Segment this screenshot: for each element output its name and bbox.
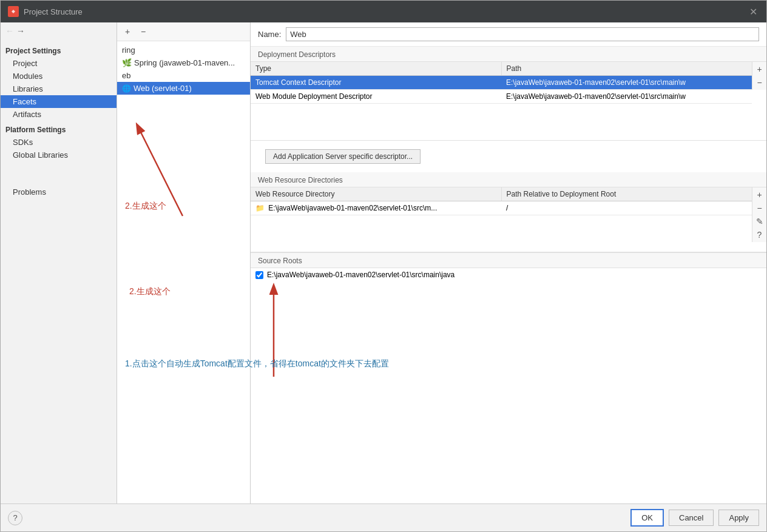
table-row[interactable]: 📁 E:\javaWeb\javaweb-01-maven02\servlet-… xyxy=(251,201,752,215)
sidebar-item-artifacts[interactable]: Artifacts xyxy=(1,108,117,121)
path-column-header: Path xyxy=(502,62,752,75)
app-icon xyxy=(8,6,19,17)
sidebar-tree: Project Settings Project Modules Librari… xyxy=(1,39,117,503)
center-toolbar: + − xyxy=(117,22,250,41)
project-structure-dialog: Project Structure ✕ ← → Project Settings… xyxy=(0,0,767,532)
ok-button[interactable]: OK xyxy=(630,509,664,527)
close-button[interactable]: ✕ xyxy=(747,5,759,18)
path-rel-column-header: Path Relative to Deployment Root xyxy=(502,187,752,201)
deployment-descriptors-label: Deployment Descriptors xyxy=(251,47,766,62)
sidebar-item-problems[interactable]: Problems xyxy=(1,186,117,198)
main-content: ← → Project Settings Project Modules Lib… xyxy=(1,22,766,503)
deployment-table-body: Tomcat Context Descriptor E:\javaWeb\jav… xyxy=(251,76,752,140)
facet-item-eb[interactable]: eb xyxy=(117,69,250,82)
sidebar-item-modules[interactable]: Modules xyxy=(1,70,117,82)
facet-item-spring[interactable]: 🌿 Spring (javaweb-01-maven... xyxy=(117,56,250,69)
deployment-side-buttons: + − xyxy=(752,62,766,90)
add-descriptor-btn[interactable]: + xyxy=(754,63,766,75)
forward-button[interactable]: → xyxy=(16,26,25,36)
help-button[interactable]: ? xyxy=(8,511,22,525)
sidebar: ← → Project Settings Project Modules Lib… xyxy=(1,22,117,503)
web-resource-label: Web Resource Directories xyxy=(251,172,766,187)
spacer xyxy=(251,281,766,503)
name-row: Name: xyxy=(251,22,766,47)
table-row[interactable]: Tomcat Context Descriptor E:\javaWeb\jav… xyxy=(251,76,752,90)
center-panel: + − ring 🌿 Spring (javaweb-01-maven... e… xyxy=(117,22,251,503)
right-panel: Name: Deployment Descriptors Type Path T… xyxy=(251,22,766,503)
title-bar: Project Structure ✕ xyxy=(1,1,766,22)
name-input[interactable] xyxy=(286,27,759,41)
add-facet-button[interactable]: + xyxy=(121,25,134,38)
web-icon: 🌐 xyxy=(122,84,131,93)
folder-icon: 📁 xyxy=(255,204,265,212)
facet-item-web[interactable]: 🌐 Web (servlet-01) xyxy=(117,82,250,95)
remove-facet-button[interactable]: − xyxy=(137,25,150,38)
source-root-checkbox[interactable] xyxy=(255,271,263,279)
deployment-table-header: Type Path xyxy=(251,62,752,76)
web-resource-table-body: 📁 E:\javaWeb\javaweb-01-maven02\servlet-… xyxy=(251,201,752,252)
web-resource-section: Web Resource Directory Path Relative to … xyxy=(251,187,766,252)
nav-arrows: ← → xyxy=(1,22,117,39)
sidebar-item-facets[interactable]: Facets xyxy=(1,95,117,108)
add-server-container: Add Application Server specific descript… xyxy=(251,141,766,172)
path-cell: E:\javaWeb\javaweb-01-maven02\servlet-01… xyxy=(501,76,752,89)
cancel-button[interactable]: Cancel xyxy=(669,510,714,526)
web-resource-table-header: Web Resource Directory Path Relative to … xyxy=(251,187,752,201)
sidebar-item-sdks[interactable]: SDKs xyxy=(1,136,117,149)
facet-item-ring[interactable]: ring xyxy=(117,44,250,56)
remove-descriptor-btn[interactable]: − xyxy=(754,76,766,89)
platform-settings-header: Platform Settings xyxy=(1,121,117,136)
type-column-header: Type xyxy=(251,62,502,75)
web-dir-cell: 📁 E:\javaWeb\javaweb-01-maven02\servlet-… xyxy=(251,201,501,215)
back-button[interactable]: ← xyxy=(5,26,14,36)
edit-web-resource-btn[interactable]: ✎ xyxy=(754,215,766,227)
add-server-button[interactable]: Add Application Server specific descript… xyxy=(265,149,421,164)
bottom-bar: ? OK Cancel Apply xyxy=(1,503,766,531)
type-cell: Tomcat Context Descriptor xyxy=(251,76,501,89)
facets-tree: ring 🌿 Spring (javaweb-01-maven... eb 🌐 … xyxy=(117,41,250,503)
web-dir-column-header: Web Resource Directory xyxy=(251,187,502,201)
name-label: Name: xyxy=(258,30,281,39)
source-root-row: E:\javaWeb\javaweb-01-maven02\servlet-01… xyxy=(251,268,766,281)
remove-web-resource-btn[interactable]: − xyxy=(754,202,766,214)
source-roots-section: Source Roots E:\javaWeb\javaweb-01-maven… xyxy=(251,252,766,281)
sidebar-item-global-libraries[interactable]: Global Libraries xyxy=(1,149,117,161)
apply-button[interactable]: Apply xyxy=(718,510,759,526)
web-path-cell: / xyxy=(501,201,752,215)
add-web-resource-btn[interactable]: + xyxy=(754,189,766,201)
dialog-title: Project Structure xyxy=(24,7,83,16)
title-bar-left: Project Structure xyxy=(8,6,83,17)
web-resource-side-buttons: + − ✎ ? xyxy=(752,187,766,242)
help-web-resource-btn[interactable]: ? xyxy=(754,229,766,241)
table-row[interactable]: Web Module Deployment Descriptor E:\java… xyxy=(251,90,752,104)
deployment-descriptors-section: Type Path Tomcat Context Descriptor E:\j… xyxy=(251,62,766,141)
type-cell: Web Module Deployment Descriptor xyxy=(251,90,501,103)
source-root-path: E:\javaWeb\javaweb-01-maven02\servlet-01… xyxy=(267,271,454,279)
spring-icon: 🌿 xyxy=(122,58,132,67)
sidebar-item-libraries[interactable]: Libraries xyxy=(1,82,117,95)
sidebar-item-project[interactable]: Project xyxy=(1,57,117,70)
source-roots-label: Source Roots xyxy=(251,253,766,268)
path-cell: E:\javaWeb\javaweb-01-maven02\servlet-01… xyxy=(501,90,752,103)
project-settings-header: Project Settings xyxy=(1,42,117,57)
